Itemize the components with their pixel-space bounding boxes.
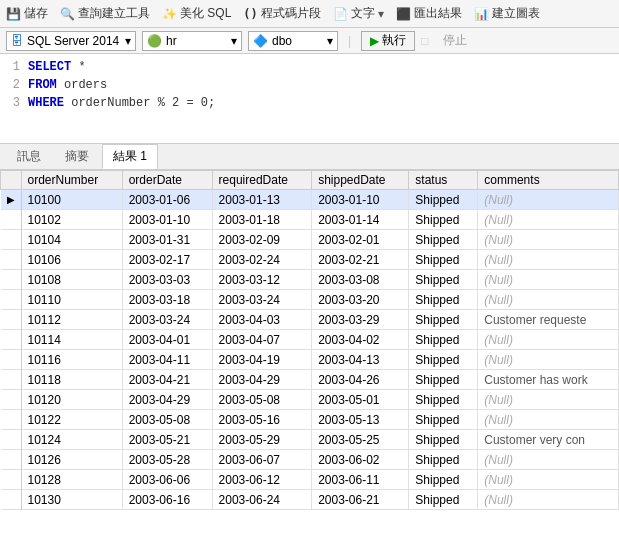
results-area[interactable]: orderNumber orderDate requiredDate shipp…: [0, 170, 619, 549]
cell-status: Shipped: [409, 290, 478, 310]
export-button[interactable]: ⬛ 匯出結果: [396, 5, 462, 22]
cell-shipped-date: 2003-05-13: [312, 410, 409, 430]
text-button[interactable]: 📄 文字 ▾: [333, 5, 384, 22]
table-row[interactable]: 10122 2003-05-08 2003-05-16 2003-05-13 S…: [1, 410, 619, 430]
cell-status: Shipped: [409, 450, 478, 470]
cell-order-date: 2003-01-06: [122, 190, 212, 210]
tab-summary-label: 摘要: [65, 149, 89, 163]
run-label: 執行: [382, 32, 406, 49]
line-number-2: 2: [0, 76, 28, 94]
cell-order-number: 10114: [21, 330, 122, 350]
cell-shipped-date: 2003-02-01: [312, 230, 409, 250]
code-icon: (): [243, 7, 257, 21]
cell-order-date: 2003-03-18: [122, 290, 212, 310]
col-order-number: orderNumber: [21, 171, 122, 190]
cell-status: Shipped: [409, 230, 478, 250]
database-dropdown[interactable]: 🟢 hr ▾: [142, 31, 242, 51]
cell-status: Shipped: [409, 350, 478, 370]
cell-order-date: 2003-04-21: [122, 370, 212, 390]
table-row[interactable]: 10128 2003-06-06 2003-06-12 2003-06-11 S…: [1, 470, 619, 490]
cell-comments: (Null): [478, 490, 619, 510]
cell-comments: (Null): [478, 210, 619, 230]
row-indicator: [1, 350, 22, 370]
beautify-sql-button[interactable]: ✨ 美化 SQL: [162, 5, 231, 22]
save-label: 儲存: [24, 5, 48, 22]
row-indicator: [1, 390, 22, 410]
stop-button: 停止: [434, 31, 476, 51]
table-row[interactable]: 10124 2003-05-21 2003-05-29 2003-05-25 S…: [1, 430, 619, 450]
code-editor[interactable]: 1 SELECT * 2 FROM orders 3 WHERE orderNu…: [0, 54, 619, 144]
cell-order-date: 2003-05-08: [122, 410, 212, 430]
col-status: status: [409, 171, 478, 190]
cell-shipped-date: 2003-05-25: [312, 430, 409, 450]
server-chevron-icon: ▾: [125, 34, 131, 48]
cell-required-date: 2003-06-07: [212, 450, 312, 470]
export-icon: ⬛: [396, 7, 411, 21]
tab-messages[interactable]: 訊息: [6, 144, 52, 169]
cell-order-number: 10128: [21, 470, 122, 490]
row-indicator: [1, 210, 22, 230]
cell-shipped-date: 2003-01-14: [312, 210, 409, 230]
cell-order-date: 2003-01-10: [122, 210, 212, 230]
row-indicator: [1, 250, 22, 270]
text-icon: 📄: [333, 7, 348, 21]
tab-summary[interactable]: 摘要: [54, 144, 100, 169]
col-comments: comments: [478, 171, 619, 190]
table-row[interactable]: 10120 2003-04-29 2003-05-08 2003-05-01 S…: [1, 390, 619, 410]
row-indicator: [1, 430, 22, 450]
table-row[interactable]: 10102 2003-01-10 2003-01-18 2003-01-14 S…: [1, 210, 619, 230]
cell-required-date: 2003-02-24: [212, 250, 312, 270]
table-row[interactable]: 10126 2003-05-28 2003-06-07 2003-06-02 S…: [1, 450, 619, 470]
cell-comments: Customer has work: [478, 370, 619, 390]
row-indicator: [1, 290, 22, 310]
table-row[interactable]: 10106 2003-02-17 2003-02-24 2003-02-21 S…: [1, 250, 619, 270]
cell-status: Shipped: [409, 210, 478, 230]
chart-button[interactable]: 📊 建立圖表: [474, 5, 540, 22]
cell-comments: (Null): [478, 290, 619, 310]
beautify-label: 美化 SQL: [180, 5, 231, 22]
cell-comments: Customer requeste: [478, 310, 619, 330]
cell-order-number: 10112: [21, 310, 122, 330]
cell-order-date: 2003-04-01: [122, 330, 212, 350]
table-row[interactable]: 10130 2003-06-16 2003-06-24 2003-06-21 S…: [1, 490, 619, 510]
schema-dropdown[interactable]: 🔷 dbo ▾: [248, 31, 338, 51]
code-snippet-label: 程式碼片段: [261, 5, 321, 22]
cell-status: Shipped: [409, 250, 478, 270]
chart-label: 建立圖表: [492, 5, 540, 22]
cell-order-number: 10124: [21, 430, 122, 450]
server-db-icon: 🗄: [11, 34, 23, 48]
table-row[interactable]: 10104 2003-01-31 2003-02-09 2003-02-01 S…: [1, 230, 619, 250]
cell-shipped-date: 2003-04-13: [312, 350, 409, 370]
cell-status: Shipped: [409, 470, 478, 490]
table-row[interactable]: ▶ 10100 2003-01-06 2003-01-13 2003-01-10…: [1, 190, 619, 210]
export-label: 匯出結果: [414, 5, 462, 22]
table-row[interactable]: 10112 2003-03-24 2003-04-03 2003-03-29 S…: [1, 310, 619, 330]
cell-shipped-date: 2003-03-29: [312, 310, 409, 330]
code-snippet-button[interactable]: () 程式碼片段: [243, 5, 320, 22]
line-number-3: 3: [0, 94, 28, 112]
cell-order-number: 10104: [21, 230, 122, 250]
table-row[interactable]: 10110 2003-03-18 2003-03-24 2003-03-20 S…: [1, 290, 619, 310]
cell-order-date: 2003-04-11: [122, 350, 212, 370]
query-builder-button[interactable]: 🔍 查詢建立工具: [60, 5, 150, 22]
cell-required-date: 2003-01-13: [212, 190, 312, 210]
tab-results[interactable]: 結果 1: [102, 144, 158, 169]
cell-status: Shipped: [409, 270, 478, 290]
server-dropdown[interactable]: 🗄 SQL Server 2014 ▾: [6, 31, 136, 51]
cell-required-date: 2003-04-29: [212, 370, 312, 390]
table-row[interactable]: 10114 2003-04-01 2003-04-07 2003-04-02 S…: [1, 330, 619, 350]
cell-order-number: 10106: [21, 250, 122, 270]
play-icon: ▶: [370, 34, 379, 48]
cell-status: Shipped: [409, 490, 478, 510]
table-row[interactable]: 10118 2003-04-21 2003-04-29 2003-04-26 S…: [1, 370, 619, 390]
run-button[interactable]: ▶ 執行: [361, 31, 415, 51]
save-button[interactable]: 💾 儲存: [6, 5, 48, 22]
table-header-row: orderNumber orderDate requiredDate shipp…: [1, 171, 619, 190]
table-row[interactable]: 10116 2003-04-11 2003-04-19 2003-04-13 S…: [1, 350, 619, 370]
schema-icon: 🔷: [253, 34, 268, 48]
cell-required-date: 2003-04-03: [212, 310, 312, 330]
cell-comments: (Null): [478, 450, 619, 470]
cell-shipped-date: 2003-03-20: [312, 290, 409, 310]
toolbar: 💾 儲存 🔍 查詢建立工具 ✨ 美化 SQL () 程式碼片段 📄 文字 ▾ ⬛…: [0, 0, 619, 28]
table-row[interactable]: 10108 2003-03-03 2003-03-12 2003-03-08 S…: [1, 270, 619, 290]
